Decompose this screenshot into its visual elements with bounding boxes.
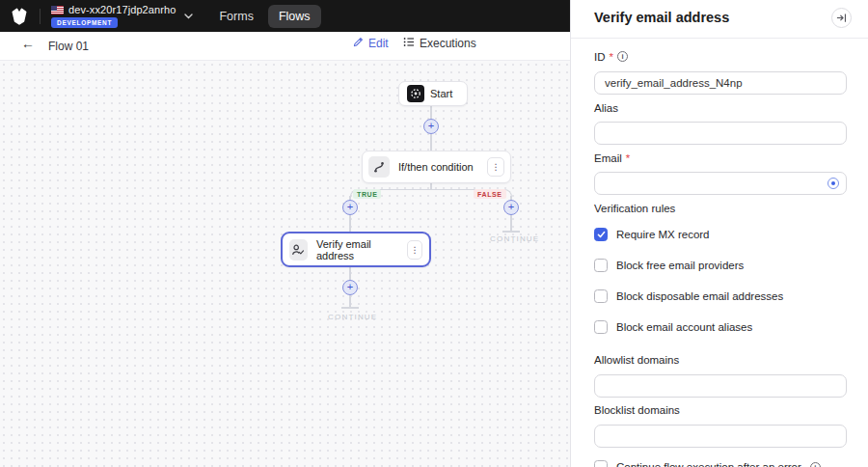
kebab-menu-icon[interactable]: ⋮ <box>487 157 504 177</box>
collapse-panel-icon <box>836 13 847 23</box>
add-node-button-false[interactable]: + <box>503 200 519 215</box>
us-flag-icon <box>51 6 64 14</box>
kebab-menu-icon[interactable]: ⋮ <box>407 240 422 260</box>
email-input[interactable] <box>594 172 847 195</box>
tab-forms[interactable]: Forms <box>208 5 263 28</box>
checkbox[interactable] <box>594 460 608 467</box>
nav-tabs: Forms Flows <box>208 5 320 28</box>
id-input[interactable] <box>594 71 847 95</box>
node-ifthen[interactable]: If/then condition ⋮ <box>362 151 511 183</box>
chevron-down-icon[interactable] <box>184 14 193 19</box>
checkbox[interactable] <box>594 320 608 334</box>
rule-block-free: Block free email providers <box>594 259 846 272</box>
rule-block-aliases: Block email account aliases <box>594 320 846 334</box>
rule-require-mx: Require MX record <box>594 228 846 241</box>
continue-label-right: CONTINUE <box>490 234 539 243</box>
flow-header: ← Flow 01 Edit Executions <box>0 32 570 61</box>
rule-block-disposable: Block disposable email addresses <box>594 289 846 303</box>
flow-canvas[interactable]: TRUE FALSE CONTINUE CONTINUE + + + + Sta… <box>0 61 570 467</box>
allowlist-field-label: Allowlist domains <box>594 354 846 365</box>
branch-false-badge: FALSE <box>474 189 506 199</box>
blocklist-input[interactable] <box>594 425 847 448</box>
checkbox[interactable] <box>594 289 608 303</box>
node-verify-email[interactable]: Verify email address ⋮ <box>281 232 431 267</box>
app-window: dev-xx20r17jdp2anrho DEVELOPMENT Forms F… <box>0 0 868 467</box>
continue-label-bottom: CONTINUE <box>328 313 377 321</box>
back-arrow-icon[interactable]: ← <box>18 36 38 51</box>
id-field-label: ID* i <box>594 51 846 62</box>
checkbox-checked[interactable] <box>594 228 608 241</box>
node-start-label: Start <box>430 88 452 99</box>
alias-field-label: Alias <box>594 102 846 113</box>
branch-path-icon <box>368 156 390 178</box>
checkbox[interactable] <box>594 259 608 272</box>
panel-header: Verify email address <box>571 0 868 39</box>
environment-badge: DEVELOPMENT <box>51 17 118 28</box>
executions-button[interactable]: Executions <box>403 37 476 50</box>
info-icon[interactable]: i <box>617 51 628 62</box>
edge-false-end-tick <box>502 231 520 233</box>
flow-title: Flow 01 <box>48 40 89 53</box>
alias-input[interactable] <box>594 122 847 145</box>
collapse-panel-button[interactable] <box>831 8 852 28</box>
email-field-label: Email* <box>594 152 846 163</box>
check-icon <box>598 233 604 237</box>
list-icon <box>403 37 415 50</box>
tab-flows[interactable]: Flows <box>268 5 321 28</box>
node-settings-panel: Verify email address ID* i Alias Email* <box>570 0 868 467</box>
edit-button[interactable]: Edit <box>353 37 389 50</box>
add-node-button-bottom[interactable]: + <box>342 280 358 295</box>
aperture-icon <box>407 85 424 102</box>
add-node-button[interactable]: + <box>423 119 439 134</box>
edit-label: Edit <box>368 37 389 50</box>
executions-label: Executions <box>420 37 476 50</box>
flow-editor-region: dev-xx20r17jdp2anrho DEVELOPMENT Forms F… <box>0 0 570 467</box>
info-icon[interactable]: i <box>810 462 821 467</box>
node-start[interactable]: Start <box>398 81 468 106</box>
environment-switcher[interactable]: dev-xx20r17jdp2anrho DEVELOPMENT <box>51 4 176 28</box>
pencil-icon <box>353 37 364 50</box>
topbar-divider <box>40 9 41 24</box>
verification-rules-label: Verification rules <box>594 203 846 213</box>
environment-name: dev-xx20r17jdp2anrho <box>68 4 176 15</box>
panel-body: ID* i Alias Email* Verification rules <box>571 51 868 467</box>
person-check-icon <box>289 239 308 261</box>
panel-title: Verify email address <box>594 10 729 25</box>
blocklist-field-label: Blocklist domains <box>594 404 846 415</box>
app-logo-icon[interactable] <box>9 6 29 26</box>
branch-true-badge: TRUE <box>353 189 381 199</box>
allowlist-input[interactable] <box>594 374 847 398</box>
edge-bottom-end-tick <box>341 307 359 309</box>
node-ifthen-label: If/then condition <box>398 161 474 173</box>
add-node-button-true[interactable]: + <box>342 200 358 215</box>
node-verify-label: Verify email address <box>316 238 398 261</box>
continue-after-error-row: Continue flow execution after an error i <box>594 460 846 467</box>
variable-picker-icon[interactable] <box>827 178 839 189</box>
topbar: dev-xx20r17jdp2anrho DEVELOPMENT Forms F… <box>0 0 570 32</box>
